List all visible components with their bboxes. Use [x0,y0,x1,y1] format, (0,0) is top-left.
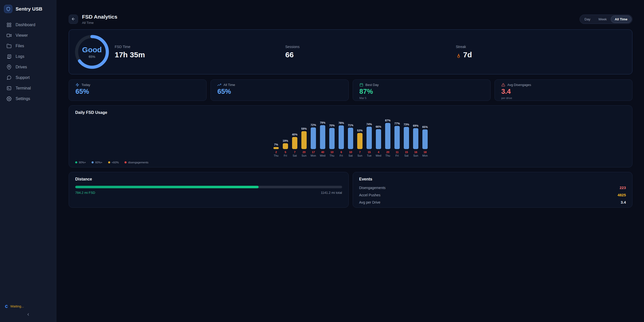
bar-day-label: Wed [320,154,325,157]
stat-card-today: Today65% [69,79,207,101]
bar-column: 87%20Thu [385,119,391,157]
event-label: Accel Pushes [359,193,381,197]
bar [357,133,363,149]
bar-column: 59%20Sun [301,127,307,157]
stat-card-header: Best Day [359,83,484,87]
sidebar-item-viewer[interactable]: Viewer [0,30,56,41]
stat-card-sublabel: per drive [501,97,626,100]
stat-card-header: Avg Disengages [501,83,626,87]
bar-disengagement-count: 20 [386,151,389,154]
bar-column: 65%18Mon [422,125,428,157]
stat-card-best-day: Best Day87%Mar 5 [353,79,491,101]
sidebar-item-logs[interactable]: Logs [0,51,56,62]
stat-card-sublabel: Mar 5 [359,97,484,100]
back-button[interactable] [69,15,78,24]
hero-stat-fsd-time: FSD Time17h 35m [115,45,285,59]
page-subtitle: All Time [82,21,117,25]
loader-icon [5,305,8,308]
events-rows: Disengagements223Accel Pushes4825Avg per… [359,184,626,206]
bar [273,147,279,149]
bar [339,125,344,149]
stat-card-value: 3.4 [501,88,626,96]
sidebar-item-label: Files [16,44,24,48]
sidebar-item-support[interactable]: Support [0,72,56,83]
bar [283,143,288,149]
bar-value-label: 66% [376,125,381,128]
bar-column: 19%5Fri [283,139,288,157]
bar-value-label: 7% [274,143,278,146]
stat-card-header: All Time [217,83,342,87]
bar-disengagement-count: 6 [340,151,342,154]
legend-label: <60% [112,161,119,164]
page-header: FSD Analytics All Time DayWeekAll Time [69,14,632,25]
bar-day-label: Sat [293,154,297,157]
bar [311,127,316,149]
bar-disengagement-count: 7 [294,151,295,154]
bar-day-label: Sat [404,154,409,157]
sidebar-item-files[interactable]: Files [0,41,56,51]
shield-logo-icon [4,5,12,13]
range-all-time[interactable]: All Time [611,16,631,23]
sidebar-item-drives[interactable]: Drives [0,62,56,72]
bar-value-label: 69% [413,124,418,127]
bar [348,128,353,149]
legend-dot [125,161,127,163]
logs-icon [7,54,12,59]
sidebar-item-label: Dashboard [16,23,35,27]
bar-disengagement-count: 10 [349,151,352,154]
bar-value-label: 72% [310,123,316,126]
bar-column: 71%10Sat [348,124,353,157]
hero-stat-label: Sessions [285,45,456,49]
bar-value-label: 77% [394,122,400,125]
bar [329,128,335,149]
stat-card-label: Best Day [366,83,379,87]
sidebar-item-label: Terminal [16,86,31,90]
sidebar-collapse-button[interactable] [0,310,56,319]
range-day[interactable]: Day [581,16,594,23]
legend-item-60-: 60%+ [92,161,102,164]
bar [292,137,297,149]
fsd-miles-label: 784.2 mi FSD [75,191,95,195]
status-text: Waiting... [10,304,24,308]
bar-column: 78%6Fri [339,121,344,157]
range-week[interactable]: Week [594,16,611,23]
bar-day-label: Wed [376,154,381,157]
sidebar-item-terminal[interactable]: Terminal [0,83,56,94]
bar [394,126,400,149]
stat-card-label: Avg Disengages [507,83,531,87]
flame-icon [456,52,461,58]
bar-disengagement-count: 17 [312,151,315,154]
chevron-left-icon [26,312,30,317]
event-value: 223 [620,186,626,190]
event-row-avg-per-drive: Avg per Drive3.4 [359,199,626,206]
sidebar-item-settings[interactable]: Settings [0,94,56,104]
dashboard-icon [7,22,12,27]
legend-item-disengagements: disengagements [125,161,148,164]
sidebar-item-label: Viewer [16,33,28,38]
sidebar-item-label: Support [16,75,30,80]
hero-stat-label: FSD Time [115,45,285,49]
bar-value-label: 19% [283,139,288,142]
bottom-row: Distance 784.2 mi FSD 1141.2 mi total Ev… [69,172,632,208]
video-icon [7,33,12,38]
event-value: 4825 [618,193,626,197]
bar [367,127,372,149]
bar-column: 72%17Mon [311,123,316,157]
distance-labels: 784.2 mi FSD 1141.2 mi total [75,191,342,195]
warning-icon [501,83,505,87]
sidebar-nav: DashboardViewerFilesLogsDrivesSupportTer… [0,20,56,104]
bar-column: 74%15Tue [367,123,372,157]
legend-dot [108,161,110,163]
stat-card-label: All Time [223,83,235,87]
sidebar-item-dashboard[interactable]: Dashboard [0,20,56,30]
gear-icon [7,96,12,101]
chart-legend: 90%+60%+<60%disengagements [75,161,148,164]
distance-progress-fill [75,186,259,188]
bar-disengagement-count: 20 [302,151,305,154]
legend-dot [75,161,77,163]
chart-title: Daily FSD Usage [75,110,626,115]
bar-column: 69%16Sun [413,124,419,157]
sidebar-item-label: Logs [16,54,24,59]
distance-progress-track [75,186,342,188]
bar-value-label: 74% [366,123,372,126]
